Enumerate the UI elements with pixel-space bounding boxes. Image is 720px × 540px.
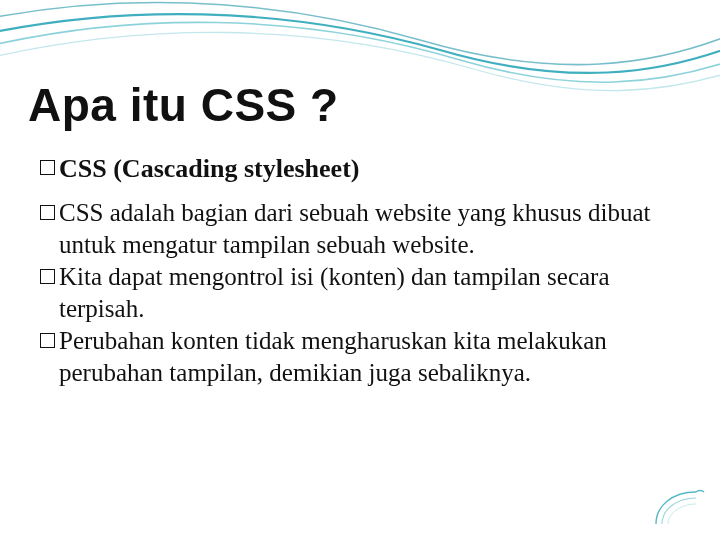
bullet-text: CSS adalah bagian dari sebuah website ya…	[59, 197, 660, 261]
slide-title: Apa itu CSS ?	[28, 78, 339, 132]
bullet-row: Perubahan konten tidak mengharuskan kita…	[40, 325, 660, 389]
slide-content: CSS (Cascading stylesheet) CSS adalah ba…	[40, 152, 660, 389]
bullet-text: Kita dapat mengontrol isi (konten) dan t…	[59, 261, 660, 325]
subheading-text: CSS (Cascading stylesheet)	[59, 152, 359, 185]
corner-flourish-icon	[650, 480, 708, 530]
square-bullet-icon	[40, 205, 55, 220]
bullet-row: CSS adalah bagian dari sebuah website ya…	[40, 197, 660, 261]
square-bullet-icon	[40, 269, 55, 284]
square-bullet-icon	[40, 160, 55, 175]
bullet-text: Perubahan konten tidak mengharuskan kita…	[59, 325, 660, 389]
bullet-row: Kita dapat mengontrol isi (konten) dan t…	[40, 261, 660, 325]
square-bullet-icon	[40, 333, 55, 348]
subheading-row: CSS (Cascading stylesheet)	[40, 152, 660, 185]
